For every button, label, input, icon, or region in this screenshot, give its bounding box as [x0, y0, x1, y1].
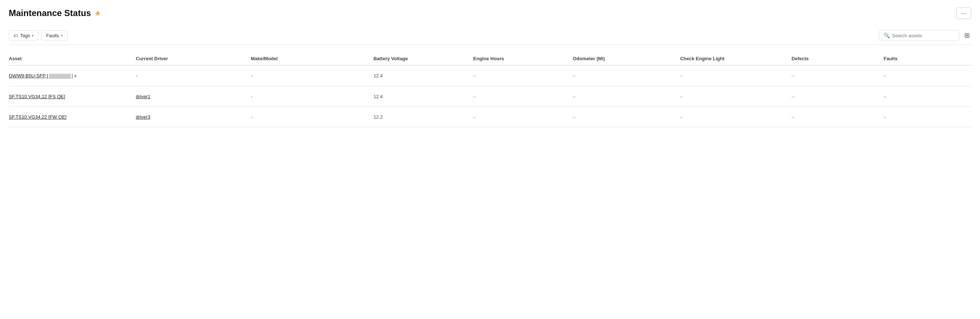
cell-faults-1: – [879, 86, 971, 107]
tags-filter-button[interactable]: 🏷 Tags ▾ [9, 30, 38, 41]
table-row: SF.TS10.VG34.12 [FS QE]driver1-12.4––––– [9, 86, 971, 107]
cell-asset-1: SF.TS10.VG34.12 [FS QE] [9, 86, 131, 107]
col-header-defects: Defects [788, 52, 879, 65]
asset-link-2[interactable]: SF.TS10.VG34.22 [FW QE] [9, 114, 67, 120]
star-icon[interactable]: ★ [94, 9, 101, 18]
cell-model-0: - [246, 65, 369, 86]
toolbar-row: 🏷 Tags ▾ Faults ▾ 🔍 ⊞ [9, 26, 971, 45]
col-header-model: Make/Model [246, 52, 369, 65]
cell-battery-0: 12.4 [369, 65, 469, 86]
cell-battery-2: 12.2 [369, 107, 469, 127]
table-header: Asset Current Driver Make/Model Battery … [9, 52, 971, 65]
col-header-check-engine: Check Engine Light [676, 52, 787, 65]
cell-battery-1: 12.4 [369, 86, 469, 107]
cell-defects-1: – [788, 86, 879, 107]
col-header-faults: Faults [879, 52, 971, 65]
asset-link-0[interactable]: GWW9-B5U-SFP [ [9, 73, 48, 78]
col-header-battery: Battery Voltage [369, 52, 469, 65]
toolbar-left: 🏷 Tags ▾ Faults ▾ [9, 30, 67, 41]
cell-asset-0: GWW9-B5U-SFP [ ] x [9, 65, 131, 86]
cell-driver-1: driver1 [131, 86, 246, 107]
tags-chevron-icon: ▾ [32, 33, 33, 38]
redacted-text-0 [49, 74, 71, 79]
col-header-asset: Asset [9, 52, 131, 65]
more-button[interactable]: ··· [956, 7, 971, 19]
cell-asset-2: SF.TS10.VG34.22 [FW QE] [9, 107, 131, 127]
tags-label: Tags [20, 33, 30, 38]
table-row: SF.TS10.VG34.22 [FW QE]driver3-12.2––––– [9, 107, 971, 127]
cell-faults-0: – [879, 65, 971, 86]
header-row: Maintenance Status ★ ··· [9, 7, 971, 19]
cell-engine-2: – [469, 107, 568, 127]
col-header-odometer: Odometer (Mi) [568, 52, 676, 65]
search-icon: 🔍 [884, 32, 890, 38]
table-body: GWW9-B5U-SFP [ ] x--12.4–––––SF.TS10.VG3… [9, 65, 971, 127]
title-area: Maintenance Status ★ [9, 8, 101, 18]
page-title: Maintenance Status [9, 8, 91, 18]
asset-suffix-0: ] x [72, 73, 76, 78]
search-input[interactable] [892, 33, 955, 38]
driver-link-2[interactable]: driver3 [136, 114, 150, 120]
cell-check-engine-2: – [676, 107, 787, 127]
cell-odometer-2: – [568, 107, 676, 127]
cell-odometer-1: – [568, 86, 676, 107]
faults-chevron-icon: ▾ [61, 33, 63, 38]
cell-engine-1: – [469, 86, 568, 107]
maintenance-table: Asset Current Driver Make/Model Battery … [9, 52, 971, 128]
cell-driver-2: driver3 [131, 107, 246, 127]
toolbar-right: 🔍 ⊞ [879, 30, 971, 41]
search-container[interactable]: 🔍 [879, 30, 959, 41]
grid-view-button[interactable]: ⊞ [963, 30, 971, 41]
asset-link-1[interactable]: SF.TS10.VG34.12 [FS QE] [9, 94, 65, 99]
table-wrapper: Asset Current Driver Make/Model Battery … [9, 52, 971, 128]
col-header-engine: Engine Hours [469, 52, 568, 65]
cell-model-1: - [246, 86, 369, 107]
cell-faults-2: – [879, 107, 971, 127]
tag-icon: 🏷 [13, 33, 18, 38]
cell-defects-2: – [788, 107, 879, 127]
cell-check-engine-0: – [676, 65, 787, 86]
cell-engine-0: – [469, 65, 568, 86]
page-container: Maintenance Status ★ ··· 🏷 Tags ▾ Faults… [0, 0, 980, 319]
cell-driver-0: - [131, 65, 246, 86]
faults-label: Faults [46, 33, 59, 38]
col-header-driver: Current Driver [131, 52, 246, 65]
cell-odometer-0: – [568, 65, 676, 86]
table-row: GWW9-B5U-SFP [ ] x--12.4––––– [9, 65, 971, 86]
driver-link-1[interactable]: driver1 [136, 94, 150, 99]
cell-defects-0: – [788, 65, 879, 86]
cell-model-2: - [246, 107, 369, 127]
cell-check-engine-1: – [676, 86, 787, 107]
faults-filter-button[interactable]: Faults ▾ [41, 30, 67, 41]
